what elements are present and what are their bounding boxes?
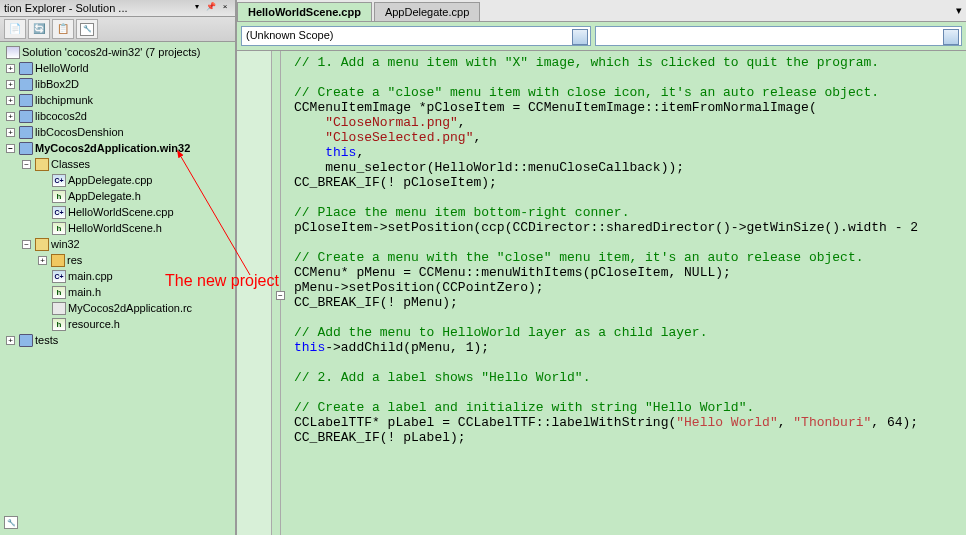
folder-open-icon [35,238,49,251]
pushpin-icon[interactable]: 📌 [205,2,217,14]
h-file-icon: h [52,286,66,299]
folder-res[interactable]: + res [2,252,233,268]
tab-helloworldscene[interactable]: HelloWorldScene.cpp [237,2,372,21]
properties-left-icon[interactable] [4,516,18,531]
expand-toggle[interactable]: + [38,256,47,265]
project-libcocosdenshion[interactable]: + libCocosDenshion [2,124,233,140]
toolbar-btn-2[interactable]: 🔄 [28,19,50,39]
expand-toggle[interactable]: + [6,96,15,105]
collapse-toggle[interactable]: − [22,240,31,249]
h-file-icon: h [52,318,66,331]
solution-icon [6,46,20,59]
file-appdelegate-cpp[interactable]: C+ AppDelegate.cpp [2,172,233,188]
project-mycocos2dapplication[interactable]: − MyCocos2dApplication.win32 [2,140,233,156]
editor-tabs: HelloWorldScene.cpp AppDelegate.cpp ▾ [237,0,966,22]
expand-toggle[interactable]: + [6,80,15,89]
explorer-titlebar: tion Explorer - Solution ... ▾ 📌 × [0,0,235,17]
explorer-toolbar: 📄 🔄 📋 [0,17,235,42]
scope-bar: (Unknown Scope) [237,22,966,51]
project-icon [19,62,33,75]
main-editor-panel: HelloWorldScene.cpp AppDelegate.cpp ▾ (U… [237,0,966,535]
file-appdelegate-h[interactable]: h AppDelegate.h [2,188,233,204]
member-combo[interactable] [595,26,962,46]
file-main-cpp[interactable]: C+ main.cpp [2,268,233,284]
expand-toggle[interactable]: + [6,128,15,137]
file-resource-h[interactable]: h resource.h [2,316,233,332]
rc-file-icon [52,302,66,315]
folder-icon [51,254,65,267]
folder-open-icon [35,158,49,171]
project-icon [19,110,33,123]
project-helloworld[interactable]: + HelloWorld [2,60,233,76]
h-file-icon: h [52,190,66,203]
folder-win32[interactable]: − win32 [2,236,233,252]
code-area[interactable]: // 1. Add a menu item with "X" image, wh… [290,51,966,535]
solution-explorer-panel: tion Explorer - Solution ... ▾ 📌 × 📄 🔄 📋… [0,0,237,535]
project-libbox2d[interactable]: + libBox2D [2,76,233,92]
gutter [237,51,272,535]
project-icon [19,94,33,107]
code-editor[interactable]: − // 1. Add a menu item with "X" image, … [237,51,966,535]
expand-toggle[interactable]: + [6,64,15,73]
project-icon [19,142,33,155]
project-tests[interactable]: + tests [2,332,233,348]
file-main-h[interactable]: h main.h [2,284,233,300]
tab-appdelegate[interactable]: AppDelegate.cpp [374,2,480,21]
expand-toggle[interactable]: + [6,112,15,121]
toolbar-btn-3[interactable]: 📋 [52,19,74,39]
solution-root[interactable]: Solution 'cocos2d-win32' (7 projects) [2,44,233,60]
project-icon [19,126,33,139]
toolbar-btn-1[interactable]: 📄 [4,19,26,39]
pin-button[interactable]: ▾ [191,2,203,14]
cpp-file-icon: C+ [52,206,66,219]
file-rc[interactable]: MyCocos2dApplication.rc [2,300,233,316]
folder-classes[interactable]: − Classes [2,156,233,172]
project-libcocos2d[interactable]: + libcocos2d [2,108,233,124]
outline-column: − [272,51,290,535]
project-icon [19,78,33,91]
collapse-toggle[interactable]: − [22,160,31,169]
tab-menu-button[interactable]: ▾ [956,4,962,17]
explorer-title: tion Explorer - Solution ... [4,2,128,14]
project-icon [19,334,33,347]
properties-button[interactable] [76,19,98,39]
cpp-file-icon: C+ [52,270,66,283]
fold-toggle[interactable]: − [276,291,285,300]
solution-tree[interactable]: Solution 'cocos2d-win32' (7 projects) + … [0,42,235,535]
file-helloworldscene-h[interactable]: h HelloWorldScene.h [2,220,233,236]
scope-combo[interactable]: (Unknown Scope) [241,26,591,46]
close-panel-button[interactable]: × [219,2,231,14]
collapse-toggle[interactable]: − [6,144,15,153]
cpp-file-icon: C+ [52,174,66,187]
file-helloworldscene-cpp[interactable]: C+ HelloWorldScene.cpp [2,204,233,220]
expand-toggle[interactable]: + [6,336,15,345]
project-libchipmunk[interactable]: + libchipmunk [2,92,233,108]
h-file-icon: h [52,222,66,235]
